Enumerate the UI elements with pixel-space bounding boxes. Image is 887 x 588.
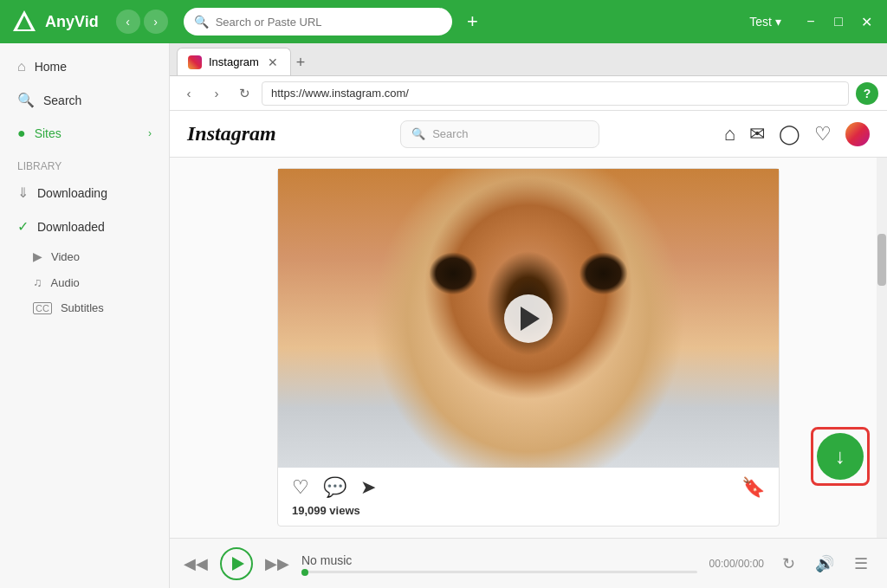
window-controls: − □ ✕ [800,11,877,32]
user-menu-button[interactable]: Test ▾ [749,15,781,29]
refresh-button[interactable]: ↻ [234,83,255,104]
browser-tab-bar: Instagram ✕ + [170,43,887,76]
previous-button[interactable]: ◀◀ [184,552,208,576]
sidebar-item-downloading[interactable]: ⇓ Downloading [0,176,169,210]
instagram-content: Instagram 🔍 Search ⌂ ✉ ◯ ♡ [170,111,887,538]
player-play-button[interactable] [220,547,253,580]
volume-button[interactable]: 🔊 [813,552,837,576]
sidebar-video-label: Video [51,250,80,263]
check-circle-icon: ✓ [17,218,29,235]
main-layout: ⌂ Home 🔍 Search ● Sites › Library ⇓ Down… [0,43,887,588]
sidebar-item-home[interactable]: ⌂ Home [0,50,169,83]
search-input[interactable] [216,16,442,29]
home-nav-icon[interactable]: ⌂ [724,123,735,145]
download-button[interactable]: ↓ [817,433,864,480]
sidebar-home-label: Home [35,60,67,74]
music-icon: ♫ [33,275,42,289]
app-logo: AnyVid [10,8,99,36]
video-thumbnail [278,169,779,468]
subtitles-icon: CC [33,302,52,314]
download-overlay: ↓ [811,427,870,486]
sidebar-subtitles-label: Subtitles [61,301,104,314]
download-highlight-box: ↓ [811,427,870,486]
app-name: AnyVid [45,13,99,31]
sidebar-item-subtitles[interactable]: CC Subtitles [0,295,169,320]
logo-icon [10,8,38,36]
instagram-header: Instagram 🔍 Search ⌂ ✉ ◯ ♡ [170,111,887,158]
heart-nav-icon[interactable]: ♡ [814,123,832,145]
view-count: 19,099 views [278,504,779,526]
address-input[interactable] [262,81,849,106]
chevron-right-icon: › [148,127,152,139]
forward-button[interactable]: › [144,10,168,34]
sidebar: ⌂ Home 🔍 Search ● Sites › Library ⇓ Down… [0,43,170,588]
maximize-button[interactable]: □ [828,11,849,32]
library-section-label: Library [0,150,169,176]
chevron-down-icon: ▾ [775,15,781,29]
video-icon: ▶ [33,249,42,263]
titlebar: AnyVid ‹ › 🔍 + Test ▾ − □ ✕ [0,0,887,43]
sidebar-item-sites[interactable]: ● Sites › [0,117,169,150]
add-tab-button[interactable]: + [461,10,485,34]
instagram-feed: ♡ 💬 ➤ 🔖 19,099 views ↓ [170,158,887,538]
minimize-button[interactable]: − [800,11,821,32]
help-button[interactable]: ? [856,82,878,105]
instagram-search-bar[interactable]: 🔍 Search [400,120,599,148]
time-display: 00:00/00:00 [709,558,764,570]
share-button[interactable]: ➤ [360,476,376,499]
globe-icon: ● [17,126,26,141]
sidebar-item-video[interactable]: ▶ Video [0,243,169,269]
scrollbar-thumb[interactable] [877,234,886,286]
browser-forward-button[interactable]: › [206,83,227,104]
like-button[interactable]: ♡ [292,476,309,499]
instagram-favicon [188,55,202,69]
url-search-bar: 🔍 [184,8,452,36]
instagram-nav-icons: ⌂ ✉ ◯ ♡ [724,122,870,146]
playlist-button[interactable]: ☰ [849,552,873,576]
send-nav-icon[interactable]: ✉ [749,123,765,145]
search-icon: 🔍 [411,127,425,140]
bookmark-button[interactable]: 🔖 [741,476,765,499]
post-actions: ♡ 💬 ➤ 🔖 [278,468,779,504]
sidebar-sites-label: Sites [35,126,62,140]
download-icon: ↓ [835,444,845,468]
repeat-button[interactable]: ↻ [776,552,800,576]
close-button[interactable]: ✕ [856,11,877,32]
no-music-label: No music [301,553,697,567]
search-icon: 🔍 [17,92,35,108]
instagram-logo: Instagram [187,122,276,145]
nav-arrows: ‹ › [116,10,168,34]
tab-label: Instagram [209,55,259,68]
sidebar-audio-label: Audio [51,276,80,289]
player-bar: ◀◀ ▶▶ No music 00:00/00:00 ↻ 🔊 ☰ [170,538,887,588]
user-name: Test [749,15,772,29]
instagram-search-placeholder: Search [432,127,468,140]
content-area: Instagram ✕ + ‹ › ↻ ? Instagram 🔍 Search [170,43,887,588]
progress-bar[interactable] [301,571,697,573]
address-bar: ‹ › ↻ ? [170,76,887,111]
back-button[interactable]: ‹ [116,10,140,34]
browser-tab-instagram[interactable]: Instagram ✕ [177,48,291,75]
new-tab-button[interactable]: + [291,54,311,72]
next-button[interactable]: ▶▶ [265,552,289,576]
sidebar-downloading-label: Downloading [37,186,107,200]
browser-back-button[interactable]: ‹ [178,83,199,104]
tab-close-button[interactable]: ✕ [266,55,280,69]
music-info: No music [301,553,697,573]
sidebar-item-audio[interactable]: ♫ Audio [0,269,169,295]
sidebar-search-label: Search [43,94,81,107]
download-arrow-icon: ⇓ [17,184,29,201]
comment-button[interactable]: 💬 [323,476,346,499]
play-button[interactable] [504,294,553,343]
sidebar-item-downloaded[interactable]: ✓ Downloaded [0,210,169,243]
instagram-avatar[interactable] [845,122,870,146]
search-icon: 🔍 [194,15,209,29]
play-icon [521,307,540,331]
sidebar-downloaded-label: Downloaded [37,220,105,234]
scrollbar[interactable] [877,158,887,538]
instagram-post: ♡ 💬 ➤ 🔖 19,099 views [277,168,780,527]
home-icon: ⌂ [17,59,26,74]
sidebar-item-search[interactable]: 🔍 Search [0,83,169,117]
compass-nav-icon[interactable]: ◯ [779,123,800,145]
player-play-icon [232,557,244,571]
